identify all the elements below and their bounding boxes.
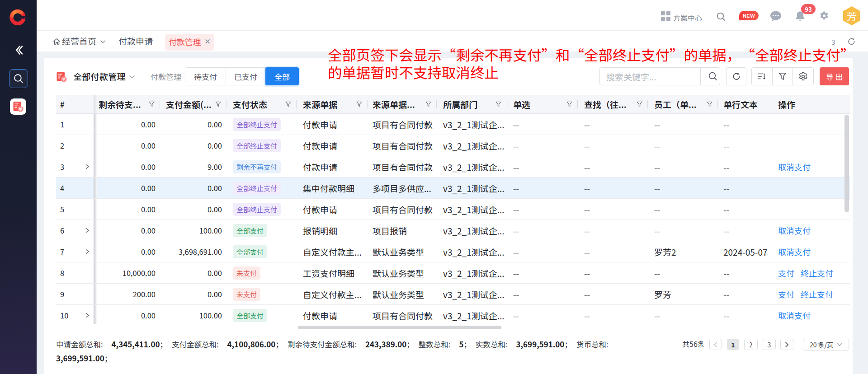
- svg-text:CRM: CRM: [21, 17, 26, 19]
